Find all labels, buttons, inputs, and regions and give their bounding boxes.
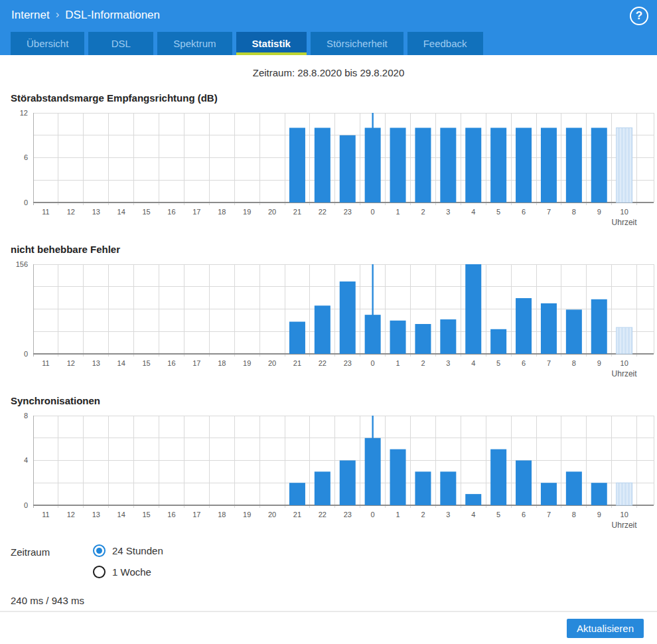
svg-text:15: 15 <box>142 208 150 216</box>
breadcrumb-section[interactable]: Internet <box>11 9 50 22</box>
tab-uebersicht[interactable]: Übersicht <box>11 32 84 55</box>
svg-text:10: 10 <box>620 208 628 216</box>
radio-1-woche[interactable]: 1 Woche <box>93 566 163 578</box>
svg-text:8: 8 <box>572 208 576 216</box>
svg-text:21: 21 <box>293 359 301 367</box>
radio-24-stunden[interactable]: 24 Stunden <box>93 544 163 557</box>
svg-text:5: 5 <box>496 208 500 216</box>
svg-text:12: 12 <box>67 359 75 367</box>
breadcrumb-page-title: DSL-Informationen <box>65 9 160 22</box>
chart-uncorrectable-errors: nicht behebbare Fehler 15601112131415161… <box>11 244 657 381</box>
svg-text:14: 14 <box>117 359 125 367</box>
svg-text:9: 9 <box>597 359 601 367</box>
svg-text:17: 17 <box>192 359 200 367</box>
radio-button-icon <box>93 566 106 578</box>
period-range-text: Zeitraum: 28.8.2020 bis 29.8.2020 <box>0 67 657 78</box>
svg-text:156: 156 <box>16 260 28 268</box>
svg-text:2: 2 <box>421 511 425 519</box>
svg-text:1: 1 <box>396 511 400 519</box>
svg-text:21: 21 <box>293 511 301 519</box>
svg-text:23: 23 <box>344 511 352 519</box>
chart-title: Synchronisationen <box>11 395 657 406</box>
tab-stoersicherheit[interactable]: Störsicherheit <box>311 32 403 55</box>
svg-text:9: 9 <box>597 511 601 519</box>
svg-text:14: 14 <box>117 511 125 519</box>
question-mark-icon: ? <box>636 9 642 23</box>
zeitraum-label: Zeitraum <box>11 544 93 578</box>
chart-title: Störabstandsmarge Empfangsrichtung (dB) <box>11 92 657 104</box>
zeitraum-control: Zeitraum 24 Stunden 1 Woche <box>0 544 657 578</box>
tab-bar: Übersicht DSL Spektrum Statistik Störsic… <box>11 32 483 55</box>
svg-text:2: 2 <box>421 359 425 367</box>
svg-text:19: 19 <box>243 359 251 367</box>
chart-synchronisations: Synchronisationen 8401112131415161718192… <box>11 395 657 532</box>
svg-text:0: 0 <box>371 208 375 216</box>
chart-snr-margin: Störabstandsmarge Empfangsrichtung (dB) … <box>11 92 657 230</box>
svg-text:7: 7 <box>547 511 551 519</box>
radio-label: 1 Woche <box>112 566 151 578</box>
svg-text:4: 4 <box>471 208 475 216</box>
synchronisations-bar-chart: 8401112131415161718192021222301234567891… <box>11 410 657 532</box>
radio-label: 24 Stunden <box>112 545 163 556</box>
svg-text:0: 0 <box>371 511 375 519</box>
svg-text:3: 3 <box>446 511 450 519</box>
latency-text: 240 ms / 943 ms <box>0 595 657 606</box>
svg-text:13: 13 <box>92 511 100 519</box>
svg-text:3: 3 <box>446 208 450 216</box>
svg-text:22: 22 <box>319 511 327 519</box>
svg-text:16: 16 <box>167 208 175 216</box>
refresh-button[interactable]: Aktualisieren <box>567 619 644 638</box>
svg-text:15: 15 <box>142 359 150 367</box>
svg-text:13: 13 <box>92 359 100 367</box>
breadcrumb: Internet › DSL-Informationen <box>0 0 657 22</box>
help-button[interactable]: ? <box>630 7 648 25</box>
tab-statistik[interactable]: Statistik <box>236 32 307 55</box>
uncorrectable-errors-bar-chart: 1560111213141516171819202122230123456789… <box>11 259 657 381</box>
radio-button-icon <box>93 544 106 557</box>
svg-text:16: 16 <box>167 359 175 367</box>
svg-text:17: 17 <box>192 208 200 216</box>
svg-text:0: 0 <box>24 199 28 206</box>
svg-text:22: 22 <box>319 359 327 367</box>
svg-text:23: 23 <box>344 359 352 367</box>
svg-text:8: 8 <box>24 412 28 420</box>
svg-text:18: 18 <box>218 208 226 216</box>
svg-text:Uhrzeit: Uhrzeit <box>612 218 638 227</box>
svg-text:18: 18 <box>218 511 226 519</box>
svg-text:0: 0 <box>24 350 28 358</box>
footer-bar: Aktualisieren <box>0 611 657 644</box>
svg-text:5: 5 <box>496 359 500 367</box>
period-radio-group: 24 Stunden 1 Woche <box>93 544 163 578</box>
tab-dsl[interactable]: DSL <box>88 32 153 55</box>
svg-text:6: 6 <box>522 208 526 216</box>
svg-text:17: 17 <box>192 511 200 519</box>
chevron-right-icon: › <box>56 8 60 21</box>
svg-text:2: 2 <box>421 208 425 216</box>
svg-text:11: 11 <box>42 511 49 519</box>
svg-text:1: 1 <box>396 359 400 367</box>
svg-text:4: 4 <box>24 456 28 464</box>
svg-text:11: 11 <box>42 208 49 216</box>
tab-spektrum[interactable]: Spektrum <box>157 32 232 55</box>
svg-text:8: 8 <box>572 511 576 519</box>
tab-feedback[interactable]: Feedback <box>407 32 483 55</box>
svg-text:Uhrzeit: Uhrzeit <box>612 369 638 378</box>
svg-text:8: 8 <box>572 359 576 367</box>
svg-text:11: 11 <box>42 359 49 367</box>
svg-text:20: 20 <box>268 359 276 367</box>
svg-text:3: 3 <box>446 359 450 367</box>
chart-title: nicht behebbare Fehler <box>11 244 657 255</box>
svg-text:0: 0 <box>24 501 28 509</box>
svg-text:22: 22 <box>319 208 327 216</box>
svg-text:16: 16 <box>167 511 175 519</box>
svg-text:14: 14 <box>117 208 125 216</box>
svg-text:19: 19 <box>243 208 251 216</box>
svg-text:12: 12 <box>20 109 28 117</box>
svg-text:5: 5 <box>496 511 500 519</box>
svg-text:6: 6 <box>522 359 526 367</box>
svg-text:23: 23 <box>344 208 352 216</box>
svg-text:18: 18 <box>218 359 226 367</box>
svg-text:7: 7 <box>547 208 551 216</box>
svg-text:10: 10 <box>620 511 628 519</box>
svg-text:4: 4 <box>471 359 475 367</box>
